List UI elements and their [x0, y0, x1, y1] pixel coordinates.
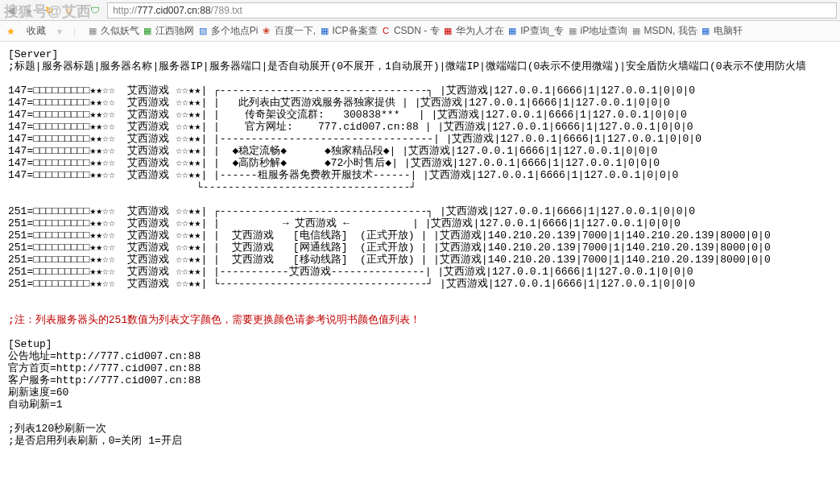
server-header: [Server]: [8, 48, 58, 60]
bookmark-icon: ▦: [567, 26, 578, 37]
setup-lines: 公告地址=http://777.cid007.cn:88 官方首页=http:/…: [8, 350, 201, 411]
bookmark-item[interactable]: ▦电脑轩: [700, 24, 743, 38]
favorites-label[interactable]: 收藏: [27, 24, 46, 38]
bookmark-icon: ▦: [142, 26, 153, 37]
address-bar[interactable]: http://777.cid007.cn:88/789.txt: [107, 2, 837, 19]
comment-enable: ;是否启用列表刷新，0=关闭 1=开启: [8, 435, 182, 447]
bookmark-icon: ▦: [87, 26, 98, 37]
bookmark-label: 多个地点Pi: [211, 24, 259, 38]
bookmark-label: 电脑轩: [714, 24, 743, 38]
bookmark-item[interactable]: ❀百度一下,: [261, 24, 316, 38]
bookmark-item[interactable]: ▦IP查询_专: [507, 24, 564, 38]
columns-line: ;标题|服务器标题|服务器名称|服务器IP|服务器端口|是否自动展开(0不展开，…: [8, 60, 806, 72]
bookmark-label: 久似妖气: [101, 24, 139, 38]
star-icon[interactable]: ★: [6, 26, 15, 37]
bookmark-item[interactable]: ▦MSDN, 我告: [631, 24, 697, 38]
bookmark-item[interactable]: ▦iP地址查询: [567, 24, 628, 38]
bookmark-icon: ▦: [631, 26, 642, 37]
shield-icon[interactable]: 🛡: [88, 3, 102, 18]
bookmark-icon: ▦: [319, 26, 330, 37]
browser-toolbar: 搜狐号@艾西 ◀ ▸ ↻ ⌂ | 🛡 http://777.cid007.cn:…: [0, 0, 840, 21]
bookmark-label: CSDN - 专: [394, 24, 440, 38]
bookmark-icon: ▧: [197, 26, 209, 37]
bookmark-label: MSDN, 我告: [644, 24, 697, 38]
bookmark-label: IP查询_专: [520, 24, 564, 38]
server-block-2: 251=□□□□□□□□□★★☆☆ 艾西游戏 ☆☆★★| ┌----------…: [8, 205, 771, 290]
forward-button[interactable]: ▸: [23, 3, 37, 18]
bookmark-item[interactable]: ▦华为人才在: [442, 24, 504, 38]
bookmark-item[interactable]: ▧多个地点Pi: [197, 24, 259, 38]
bookmark-item[interactable]: CCSDN - 专: [380, 24, 440, 38]
home-button[interactable]: ⌂: [61, 3, 76, 18]
bookmark-label: 百度一下,: [275, 24, 316, 38]
bookmark-label: 江西驰网: [155, 24, 194, 38]
url-host: 777.cid007.cn:88: [137, 5, 210, 16]
bookmarks-bar: ★ 收藏 ▾ | ▦久似妖气 ▦江西驰网 ▧多个地点Pi ❀百度一下, ▦ICP…: [0, 21, 840, 42]
page-content: [Server] ;标题|服务器标题|服务器名称|服务器IP|服务器端口|是否自…: [0, 42, 840, 453]
url-path: /789.txt: [211, 5, 242, 16]
bookmark-icon: ▦: [700, 26, 711, 37]
bookmark-label: iP地址查询: [581, 24, 628, 38]
bookmark-icon: C: [380, 25, 391, 36]
bookmark-icon: ▦: [442, 26, 453, 37]
url-prefix: http://: [113, 5, 137, 16]
bookmark-label: 华为人才在: [456, 24, 504, 38]
color-note: ;注：列表服务器头的251数值为列表文字颜色，需要更换颜色请参考说明书颜色值列表…: [8, 314, 420, 326]
setup-header: [Setup]: [8, 338, 52, 350]
comment-refresh: ;列表120秒刷新一次: [8, 423, 106, 435]
bookmark-item[interactable]: ▦ICP备案查: [319, 24, 378, 38]
bookmark-icon: ▦: [507, 26, 518, 37]
server-block-1: 147=□□□□□□□□□★★☆☆ 艾西游戏 ☆☆★★| ┌----------…: [8, 85, 701, 193]
refresh-button[interactable]: ↻: [42, 3, 56, 18]
bookmark-item[interactable]: ▦久似妖气: [87, 24, 139, 38]
bookmark-label: ICP备案查: [333, 24, 378, 38]
bookmark-icon: ❀: [261, 26, 272, 37]
back-button[interactable]: ◀: [3, 3, 18, 18]
bookmark-item[interactable]: ▦江西驰网: [142, 24, 194, 38]
